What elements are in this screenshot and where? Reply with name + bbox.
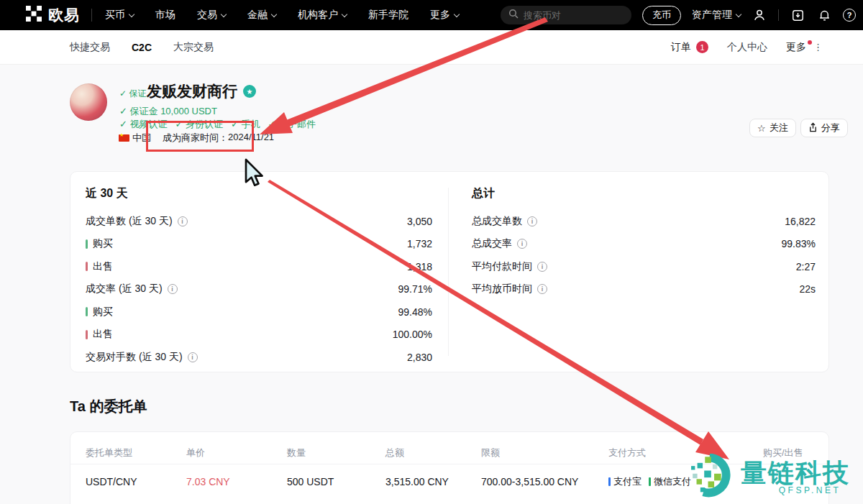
buy-bar-icon [86, 307, 88, 316]
vertical-dots-icon [813, 42, 823, 52]
search-box[interactable] [501, 6, 631, 24]
okx-logo-icon [26, 6, 42, 24]
stat-row: 交易对手数 (近 30 天) 2,830 [86, 346, 432, 369]
orders-count-badge: 1 [696, 41, 708, 53]
margin-peek-text: 保证 [119, 88, 146, 100]
menu-academy[interactable]: 新手学院 [368, 9, 408, 22]
col-price: 单价 [186, 446, 287, 459]
stat-row: 平均付款时间 2:27 [472, 255, 816, 278]
info-icon[interactable] [537, 284, 547, 294]
chevron-down-icon [454, 11, 460, 17]
menu-markets[interactable]: 市场 [155, 9, 175, 22]
stat-row: 出售 100.00% [86, 324, 432, 347]
merchant-actions: 关注 分享 [749, 119, 848, 137]
china-flag-icon [119, 134, 129, 142]
sell-bar-icon [86, 262, 88, 271]
tab-c2c[interactable]: C2C [132, 42, 152, 53]
merchant-name: 发贩发财商行 [147, 81, 237, 101]
watermark-name: 量链科技 [741, 459, 850, 487]
notification-dot [808, 40, 812, 45]
cell-amount: 500 USDT [287, 476, 385, 487]
cell-price: 7.03 CNY [186, 476, 287, 487]
stat-row: 购买 99.48% [86, 301, 432, 324]
main-menu: 买币 市场 交易 金融 机构客户 新手学院 更多 [105, 9, 459, 22]
deposit-button[interactable]: 充币 [642, 6, 681, 25]
chevron-down-icon [342, 11, 347, 17]
stats-total-title: 总计 [472, 186, 816, 210]
subnav-right: 订单 1 个人中心 更多 [671, 41, 823, 54]
info-icon[interactable] [517, 239, 527, 249]
col-amount: 数量 [287, 446, 385, 459]
menu-finance[interactable]: 金融 [247, 9, 276, 22]
watermark: 量链科技 QFSP.NET [690, 454, 850, 501]
subnav-left: 快捷交易 C2C 大宗交易 [70, 41, 214, 54]
buy-bar-icon [86, 239, 88, 249]
margin-deposit-text: 保证金 10,000 USDT [119, 105, 217, 118]
profile-icon[interactable] [752, 7, 767, 23]
merchant-name-row: 发贩发财商行 [147, 81, 256, 101]
top-nav-right: 充币 资产管理 [501, 6, 863, 25]
brand-name: 欧易 [48, 5, 80, 25]
profile-center-link[interactable]: 个人中心 [727, 41, 767, 54]
okx-logo[interactable]: 欧易 [26, 5, 80, 25]
col-order-type: 委托单类型 [86, 446, 186, 459]
stats-recent-column: 近 30 天 成交单数 (近 30 天) 3,050 购买 1,732 出售 1… [86, 186, 432, 369]
info-icon[interactable] [178, 216, 188, 226]
stat-row: 平均放币时间 22s [472, 278, 816, 301]
chevron-down-icon [736, 11, 741, 17]
stat-row: 成交率 (近 30 天) 99.71% [86, 278, 432, 301]
star-icon [757, 123, 766, 134]
sell-bar-icon [86, 330, 88, 339]
verification-email: 电子邮件 [268, 118, 316, 131]
menu-trade[interactable]: 交易 [197, 9, 226, 22]
annotation-highlight-box [146, 121, 254, 152]
watermark-site: QFSP.NET [779, 485, 841, 495]
stat-row: 总成交单数 16,822 [472, 210, 816, 233]
col-limit: 限额 [481, 446, 608, 459]
assets-menu[interactable]: 资产管理 [692, 9, 741, 22]
share-icon [808, 122, 818, 134]
nav-divider [778, 9, 779, 21]
merchant-stats-card: 近 30 天 成交单数 (近 30 天) 3,050 购买 1,732 出售 1… [70, 171, 829, 372]
orders-section-title: Ta 的委托单 [70, 397, 147, 416]
chevron-down-icon [129, 11, 134, 17]
stat-row: 购买 1,732 [86, 233, 432, 256]
stat-row: 总成交率 99.83% [472, 233, 816, 256]
top-navigation: 欧易 买币 市场 交易 金融 机构客户 新手学院 更多 充币 资产管理 [0, 0, 863, 30]
wechat-bar-icon [649, 477, 651, 486]
stats-recent-title: 近 30 天 [86, 186, 432, 210]
nav-divider [91, 9, 92, 22]
info-icon[interactable] [537, 262, 547, 272]
verified-merchant-badge-icon [243, 85, 256, 98]
cell-pair: USDT/CNY [86, 476, 186, 487]
info-icon[interactable] [527, 216, 537, 226]
help-icon[interactable] [843, 9, 856, 22]
stats-total-column: 总计 总成交单数 16,822 总成交率 99.83% 平均付款时间 2:27 … [472, 186, 816, 301]
search-input[interactable] [524, 10, 617, 21]
download-app-icon[interactable] [790, 7, 805, 23]
more-menu[interactable]: 更多 [786, 41, 823, 54]
chevron-down-icon [271, 11, 277, 17]
stat-row: 成交单数 (近 30 天) 3,050 [86, 210, 432, 233]
info-icon[interactable] [168, 284, 178, 294]
okx-c2c-merchant-page: 欧易 买币 市场 交易 金融 机构客户 新手学院 更多 充币 资产管理 [0, 0, 863, 504]
col-total: 总额 [385, 446, 481, 459]
tab-express-trade[interactable]: 快捷交易 [70, 41, 110, 54]
follow-button[interactable]: 关注 [749, 119, 796, 137]
orders-link[interactable]: 订单 1 [671, 41, 708, 54]
chevron-down-icon [221, 11, 227, 17]
alipay-bar-icon [608, 477, 611, 486]
menu-institutional[interactable]: 机构客户 [298, 9, 347, 22]
menu-more[interactable]: 更多 [430, 9, 459, 22]
info-icon[interactable] [188, 352, 198, 362]
search-icon [508, 9, 519, 22]
c2c-sub-navigation: 快捷交易 C2C 大宗交易 订单 1 个人中心 更多 [0, 30, 863, 65]
cell-limit: 700.00-3,515.00 CNY [481, 476, 608, 487]
column-divider [448, 188, 449, 356]
merchant-avatar[interactable] [70, 83, 107, 121]
stat-row: 出售 1,318 [86, 255, 432, 278]
menu-buy-crypto[interactable]: 买币 [105, 9, 134, 22]
tab-block-trade[interactable]: 大宗交易 [173, 41, 214, 54]
share-button[interactable]: 分享 [800, 119, 848, 137]
notifications-bell-icon[interactable] [816, 7, 832, 23]
